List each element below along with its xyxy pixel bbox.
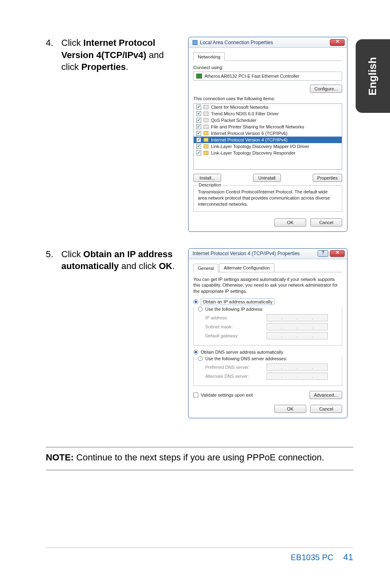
ip-address-label: IP address: (205, 315, 267, 320)
checkbox-icon[interactable] (196, 118, 201, 123)
list-item-selected[interactable]: Internet Protocol Version 4 (TCP/IPv4) (194, 137, 342, 143)
list-item[interactable]: File and Printer Sharing for Microsoft N… (194, 123, 342, 130)
step5-tail: . (172, 261, 175, 271)
tab-alternate-config[interactable]: Alternate Configuration (219, 263, 274, 272)
step4-lead: Click (61, 38, 83, 48)
ipv4-tabs: General Alternate Configuration (193, 263, 342, 272)
help-icon[interactable] (318, 250, 328, 257)
divider (46, 470, 353, 470)
description-legend: Description (197, 182, 223, 187)
adapter-field: Atheros AR8132 PCI-E Fast Ethernet Contr… (193, 72, 342, 81)
component-icon (204, 105, 208, 109)
note-text: Continue to the next steps if you are us… (74, 452, 324, 462)
obtain-ip-auto-option[interactable]: Obtain an IP address automatically (193, 298, 342, 305)
language-side-tab: English (356, 39, 390, 113)
checkbox-icon[interactable] (196, 150, 201, 155)
advanced-button[interactable]: Advanced... (309, 391, 342, 399)
subnet-label: Subnet mask: (205, 324, 267, 329)
checkbox-icon[interactable] (196, 131, 201, 136)
ipv4-properties-dialog: Internet Protocol Version 4 (TCP/IPv4) P… (188, 248, 347, 419)
list-item[interactable]: Internet Protocol Version 6 (TCP/IPv6) (194, 130, 342, 137)
connect-using-label: Connect using: (193, 65, 342, 70)
list-item[interactable]: Trend Micro NDIS 6.0 Filter Driver (194, 110, 342, 117)
tab-networking[interactable]: Networking (193, 52, 225, 61)
network-items-list[interactable]: Client for Microsoft Networks Trend Micr… (193, 103, 342, 170)
list-item-label: File and Printer Sharing for Microsoft N… (211, 124, 304, 129)
nic-icon (196, 74, 202, 79)
use-dns-group: Use the following DNS server addresses: … (193, 356, 342, 386)
list-item-label: QoS Packet Scheduler (211, 118, 256, 123)
step-4-row: 4. Click Internet Protocol Version 4(TCP… (46, 37, 353, 232)
close-icon[interactable] (330, 250, 345, 257)
step-5-text: Click Obtain an IP address automatically… (61, 248, 188, 272)
cancel-button[interactable]: Cancel (310, 405, 342, 413)
ip-address-field: ... (267, 314, 328, 321)
footer-product: EB1035 PC (291, 553, 334, 562)
checkbox-icon[interactable] (196, 124, 201, 129)
step-5-number: 5. (46, 248, 61, 260)
uninstall-button[interactable]: Uninstall (253, 174, 281, 182)
pref-dns-label: Preferred DNS server: (205, 365, 267, 370)
use-ip-option[interactable]: Use the following IP address: (198, 307, 338, 312)
list-item[interactable]: Link-Layer Topology Discovery Mapper I/O… (194, 143, 342, 150)
step4-tail: . (126, 62, 128, 72)
list-item-label: Link-Layer Topology Discovery Responder (211, 150, 295, 155)
description-text: Transmission Control Protocol/Internet P… (198, 189, 338, 207)
ok-button[interactable]: OK (274, 405, 306, 413)
step5-lead: Click (61, 249, 83, 259)
use-dns-label: Use the following DNS server addresses: (205, 356, 287, 361)
note-label: NOTE: (46, 452, 74, 462)
obtain-dns-auto-option[interactable]: Obtain DNS server address automatically (193, 350, 342, 355)
list-item[interactable]: QoS Packet Scheduler (194, 117, 342, 123)
description-group: Description Transmission Control Protoco… (193, 185, 342, 212)
divider (46, 447, 353, 447)
configure-button[interactable]: Configure... (310, 85, 342, 93)
list-item-label: Trend Micro NDIS 6.0 Filter Driver (211, 111, 279, 116)
install-button[interactable]: Install... (193, 174, 221, 182)
radio-icon[interactable] (198, 356, 203, 361)
protocol-icon (204, 138, 208, 142)
language-side-tab-label: English (367, 57, 379, 95)
lan-properties-dialog: Local Area Connection Properties Network… (188, 37, 347, 232)
pref-dns-field: ... (267, 364, 328, 371)
close-icon[interactable] (330, 39, 345, 46)
radio-icon[interactable] (193, 350, 198, 355)
tab-general[interactable]: General (193, 264, 218, 272)
protocol-icon (204, 131, 208, 135)
step-5-row: 5. Click Obtain an IP address automatica… (46, 248, 353, 419)
step-4-text: Click Internet Protocol Version 4(TCP/IP… (61, 37, 188, 73)
use-dns-option[interactable]: Use the following DNS server addresses: (198, 356, 338, 361)
checkbox-icon[interactable] (196, 137, 201, 142)
subnet-field: ... (267, 323, 328, 330)
adapter-name: Atheros AR8132 PCI-E Fast Ethernet Contr… (204, 74, 299, 79)
protocol-icon (204, 151, 208, 155)
component-icon (204, 125, 208, 129)
checkbox-icon[interactable] (196, 105, 201, 110)
radio-icon[interactable] (198, 307, 203, 312)
validate-checkbox[interactable] (193, 393, 198, 397)
obtain-ip-auto-label: Obtain an IP address automatically (201, 298, 274, 305)
list-item[interactable]: Client for Microsoft Networks (194, 104, 342, 110)
ipv4-titlebar: Internet Protocol Version 4 (TCP/IPv4) P… (188, 249, 347, 259)
obtain-dns-auto-label: Obtain DNS server address automatically (201, 350, 283, 355)
use-ip-group: Use the following IP address: IP address… (193, 307, 342, 346)
list-item-label: Client for Microsoft Networks (211, 105, 269, 110)
use-ip-label: Use the following IP address: (205, 307, 263, 312)
radio-icon[interactable] (193, 299, 198, 304)
list-item-label: Link-Layer Topology Discovery Mapper I/O… (211, 144, 309, 149)
properties-button[interactable]: Properties (313, 174, 342, 182)
list-item-label: Internet Protocol Version 6 (TCP/IPv6) (211, 131, 287, 136)
ipv4-title: Internet Protocol Version 4 (TCP/IPv4) P… (193, 251, 300, 256)
protocol-icon (204, 144, 208, 148)
step5-mid: and click (119, 261, 159, 271)
validate-label: Validate settings upon exit (201, 393, 253, 397)
ipv4-intro-text: You can get IP settings assigned automat… (193, 276, 342, 295)
checkbox-icon[interactable] (196, 111, 201, 116)
ok-button[interactable]: OK (274, 218, 306, 227)
page-footer: EB1035 PC 41 (46, 548, 353, 563)
cancel-button[interactable]: Cancel (310, 218, 342, 227)
list-item[interactable]: Link-Layer Topology Discovery Responder (194, 150, 342, 156)
checkbox-icon[interactable] (196, 144, 201, 149)
lan-title: Local Area Connection Properties (200, 40, 273, 45)
step4-bold2: Properties (81, 62, 126, 72)
